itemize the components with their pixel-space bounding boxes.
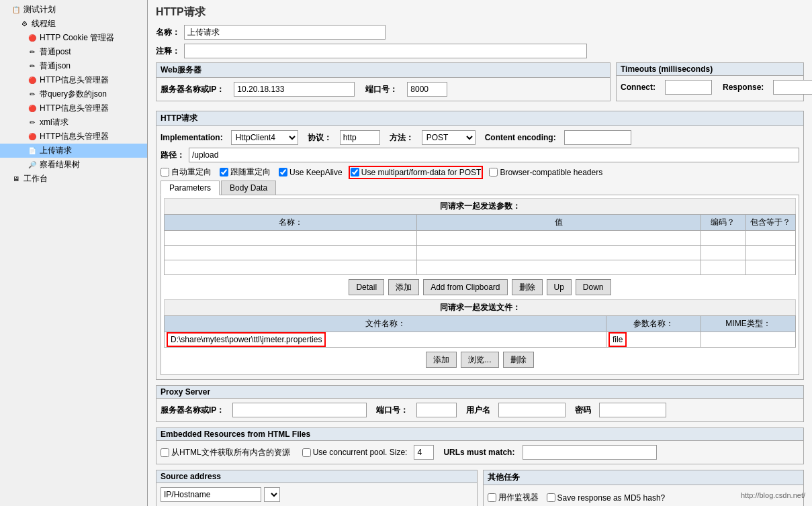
sidebar-item-workbench[interactable]: 🖥 工作台 [0,172,147,186]
method-select[interactable]: POST GET PUT DELETE [422,130,476,145]
response-input[interactable] [773,80,812,95]
browse-button[interactable]: 浏览... [461,352,498,368]
md5-input[interactable] [547,493,555,502]
sidebar-item-upload-request[interactable]: 📄 上传请求 [0,144,147,158]
sidebar-item-common-post[interactable]: ✏ 普通post [0,45,147,59]
browser-compat-input[interactable] [489,168,498,176]
detail-button[interactable]: Detail [349,279,384,295]
tab-body-data[interactable]: Body Data [221,181,276,195]
down-param-button[interactable]: Down [576,279,611,295]
params-cell [701,231,746,246]
encoding-input[interactable] [564,130,631,145]
proxy-user-label: 用户名 [466,405,490,416]
sidebar-item-thread-group[interactable]: ⚙ 线程组 [0,17,147,31]
comment-row: 注释： [156,44,804,58]
keep-alive-checkbox[interactable]: Use KeepAlive [279,168,343,177]
name-label: 名称： [156,27,180,38]
md5-checkbox[interactable]: Save response as MD5 hash? [547,493,666,503]
comment-label: 注释： [156,46,180,57]
proxy-port-input[interactable] [416,403,457,417]
add-clipboard-button[interactable]: Add from Clipboard [423,279,507,295]
delete-file-button[interactable]: 删除 [503,352,534,368]
source-address-row: ▼ [161,487,473,502]
upload-icon: 📄 [27,146,38,156]
urls-label: URLs must match: [443,448,514,457]
params-cell [745,246,795,260]
add-param-button[interactable]: 添加 [388,279,419,295]
follow-redirect-checkbox[interactable]: 跟随重定向 [220,166,271,178]
query-json-icon: ✏ [27,89,38,100]
server-input[interactable] [234,82,355,97]
proxy-password-input[interactable] [599,403,666,417]
keep-alive-input[interactable] [279,168,287,176]
sidebar-item-http-header2[interactable]: 🔴 HTTP信息头管理器 [0,101,147,115]
sidebar-item-http-header1[interactable]: 🔴 HTTP信息头管理器 [0,73,147,87]
monitor-input[interactable] [488,493,496,502]
files-section-title: 同请求一起发送文件： [164,299,796,315]
timeouts-row: Connect: Response: [621,80,799,95]
params-cell [165,260,417,275]
params-empty-row1 [165,231,796,246]
concurrent-checkbox[interactable]: Use concurrent pool. Size: [302,448,408,457]
tab-parameters[interactable]: Parameters [161,181,220,195]
http-request-title: HTTP请求 [156,111,803,126]
auto-redirect-input[interactable] [161,168,169,176]
comment-input[interactable] [184,44,587,58]
main-content: HTTP请求 名称： 注释： Web服务器 服务器名称或IP： 端口号： Tim… [148,0,812,506]
timeouts-title: Timeouts (milliseconds) [617,63,803,76]
proxy-port-label: 端口号： [376,405,408,416]
params-cell [701,260,746,275]
sidebar-item-query-json[interactable]: ✏ 带query参数的json [0,87,147,101]
sidebar-item-xml-request[interactable]: ✏ xml请求 [0,115,147,130]
add-file-button[interactable]: 添加 [426,352,457,368]
name-input[interactable] [184,25,386,40]
sidebar-item-view-results[interactable]: 🔎 察看结果树 [0,158,147,172]
server-label: 服务器名称或IP： [161,84,224,95]
multipart-input[interactable] [351,168,359,176]
connect-input[interactable] [665,80,712,95]
params-buttons-row: Detail 添加 Add from Clipboard 删除 Up Down [164,275,796,299]
fetch-checkbox[interactable]: 从HTML文件获取所有内含的资源 [161,447,290,458]
files-col-param: 参数名称： [606,316,701,332]
source-ip-input[interactable] [161,487,261,502]
proxy-user-input[interactable] [498,403,566,417]
sidebar-item-http-header3[interactable]: 🔴 HTTP信息头管理器 [0,130,147,144]
source-address-title: Source address [156,470,477,483]
source-type-select[interactable]: ▼ [264,487,280,502]
embedded-row: 从HTML文件获取所有内含的资源 Use concurrent pool. Si… [161,445,799,460]
test-plan-icon: 📋 [11,5,21,15]
impl-select[interactable]: HttpClient4 HttpClient3.1 Java [231,130,298,145]
auto-redirect-checkbox[interactable]: 自动重定向 [161,166,212,178]
params-cell [165,246,417,260]
file-filename-cell: D:\share\mytest\power\ttl\jmeter.propert… [165,332,606,348]
path-input[interactable] [189,148,799,162]
sidebar-item-common-json[interactable]: ✏ 普通json [0,59,147,73]
follow-redirect-input[interactable] [220,168,228,176]
header3-icon: 🔴 [27,132,38,142]
delete-param-button[interactable]: 删除 [512,279,543,295]
file-row: D:\share\mytest\power\ttl\jmeter.propert… [165,332,796,348]
urls-input[interactable] [523,445,657,460]
proxy-section: Proxy Server 服务器名称或IP： 端口号： 用户名 密码 [156,385,804,422]
source-address-section: Source address ▼ [156,470,478,506]
protocol-input[interactable] [340,130,380,145]
proxy-server-input[interactable] [232,403,367,417]
sidebar-item-test-plan[interactable]: 📋 测试计划 [0,3,147,17]
browser-compat-checkbox[interactable]: Browser-compatible headers [489,168,602,177]
params-table: 名称： 值 编码？ 包含等于？ [164,214,796,275]
params-col-encode: 编码？ [701,215,746,231]
sidebar-item-http-cookie[interactable]: 🔴 HTTP Cookie 管理器 [0,31,147,45]
concurrent-size-input[interactable] [414,445,434,460]
up-param-button[interactable]: Up [547,279,572,295]
concurrent-input[interactable] [302,448,311,457]
params-empty-row3 [165,260,796,275]
server-row: 服务器名称或IP： 端口号： [161,82,606,97]
monitor-checkbox[interactable]: 用作监视器 [488,492,539,503]
params-empty-row2 [165,246,796,260]
port-label: 端口号： [365,84,398,95]
path-row: 路径： [161,148,799,162]
impl-label: Implementation: [161,133,223,142]
fetch-input[interactable] [161,448,169,457]
multipart-checkbox[interactable]: Use multipart/form-data for POST [351,168,482,177]
port-input[interactable] [407,82,447,97]
